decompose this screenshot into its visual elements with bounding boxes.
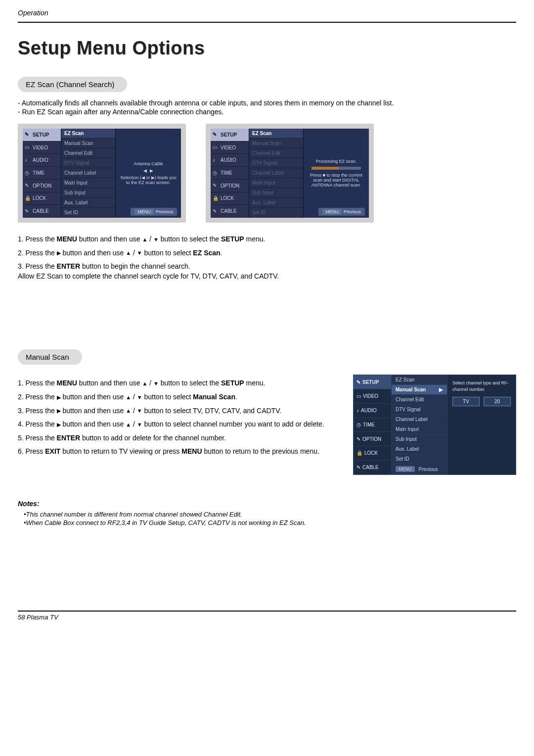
screenshot-ez-right: ✎SETUP ▭VIDEO ♪AUDIO ◷TIME ✎OPTION 🔒LOCK… (206, 124, 374, 223)
hint: Select channel type and RF-channel numbe… (452, 380, 511, 392)
step: Press the MENU button and then use ▲ / ▼… (18, 235, 516, 244)
sb-time: ◷TIME (354, 418, 391, 432)
sb-cable: ✎CABLE (211, 205, 249, 218)
osd-right: Processing EZ scan. Press ■ to stop the … (304, 129, 369, 218)
sb-audio: ♪AUDIO (23, 154, 61, 167)
notes-heading: Notes: (18, 500, 516, 508)
osd-sidebar: ✎SETUP ▭VIDEO ♪AUDIO ◷TIME ✎OPTION 🔒LOCK… (211, 129, 249, 218)
step: Press the ▶ button and then use ▲ / ▼ bu… (18, 248, 516, 258)
down-icon: ▼ (137, 408, 142, 414)
sb-lock: 🔒LOCK (354, 446, 391, 461)
progress-bar (312, 167, 361, 170)
right-icon: ▶ (57, 422, 61, 427)
sb-cable: ✎CABLE (23, 205, 61, 218)
sb-video: ▭VIDEO (354, 389, 391, 404)
right-icon: ▶ (57, 408, 61, 414)
step: Press the ENTER button to begin the chan… (18, 262, 516, 281)
mi: Set ID (249, 208, 303, 218)
ez-scan-pill: EZ Scan (Channel Search) (18, 77, 127, 92)
ez-scan-bullets: Automatically finds all channels availab… (18, 99, 516, 116)
page-footer: 58 Plasma TV (18, 612, 516, 631)
previous-button: MENU Previous (131, 208, 177, 216)
hint: Antenna Cable (134, 161, 163, 166)
sb-audio: ♪AUDIO (354, 404, 391, 418)
step: Press the ▶ button and then use ▲ / ▼ bu… (18, 420, 341, 429)
mi-ezscan: EZ Scan (249, 129, 303, 139)
osd-menu: EZ Scan Manual Scan Channel Edit DTV Sig… (61, 129, 116, 218)
screenshot-ez-left: ✎SETUP ▭VIDEO ♪AUDIO ◷TIME ✎OPTION 🔒LOCK… (18, 124, 186, 223)
note-item: •This channel number is different from n… (24, 511, 516, 518)
sb-video: ▭VIDEO (23, 142, 61, 154)
ez-scan-steps: Press the MENU button and then use ▲ / ▼… (18, 235, 516, 281)
mi: Sub Input (392, 434, 447, 444)
hint: Press ■ to stop the current scan and sta… (308, 173, 365, 188)
mi: Set ID (392, 454, 447, 464)
step: Press the MENU button and then use ▲ / ▼… (18, 378, 341, 388)
page-title: Setup Menu Options (18, 38, 516, 59)
sb-cable: ✎CABLE (354, 461, 391, 475)
sb-video: ▭VIDEO (211, 142, 249, 154)
mi: Channel Edit (249, 148, 303, 158)
mi: DTV Signal (392, 405, 447, 415)
down-icon: ▼ (153, 237, 159, 242)
sb-option: ✎OPTION (354, 432, 391, 446)
screenshot-manual: ✎SETUP ▭VIDEO ♪AUDIO ◷TIME ✎OPTION 🔒LOCK… (353, 375, 516, 475)
sb-audio: ♪AUDIO (211, 154, 249, 167)
menu-key: MENU (396, 466, 415, 472)
mi: Aux. Label (392, 444, 447, 454)
menu-key: MENU (134, 209, 154, 215)
down-icon: ▼ (137, 422, 142, 427)
mi: Aux. Label (249, 198, 303, 208)
osd-right: Select channel type and RF-channel numbe… (447, 375, 516, 474)
channel-box: 20 (484, 397, 511, 406)
sb-setup: ✎SETUP (211, 129, 249, 142)
sb-lock: 🔒LOCK (23, 192, 61, 205)
menu-key: MENU (322, 209, 342, 215)
up-icon: ▲ (126, 250, 131, 256)
mi: Channel Label (61, 168, 115, 178)
up-icon: ▲ (142, 381, 147, 386)
sb-setup: ✎SETUP (23, 129, 61, 142)
sb-lock: 🔒LOCK (211, 192, 249, 205)
sb-time: ◷TIME (23, 167, 61, 180)
step: Press EXIT button to return to TV viewin… (18, 447, 341, 457)
bullet: Run EZ Scan again after any Antenna/Cabl… (18, 108, 516, 116)
osd-menu: EZ Scan Manual Scan Channel Edit DTV Sig… (249, 129, 304, 218)
mi: Manual Scan (61, 139, 115, 148)
step: Press the ▶ button and then use ▲ / ▼ bu… (18, 392, 341, 402)
previous-button: MENU Previous (318, 208, 365, 216)
sb-time: ◷TIME (211, 167, 249, 180)
up-icon: ▲ (142, 237, 147, 242)
manual-scan-pill: Manual Scan (18, 349, 82, 365)
step: Press the ENTER button to add or delete … (18, 433, 341, 443)
sb-option: ✎OPTION (211, 180, 249, 192)
mi-manual: Manual Scan▶ (392, 385, 447, 395)
header-category: Operation (18, 9, 516, 19)
manual-scan-steps: Press the MENU button and then use ▲ / ▼… (18, 378, 341, 457)
down-icon: ▼ (153, 381, 159, 386)
mi: Main Input (392, 425, 447, 434)
mi: Main Input (61, 178, 115, 188)
mi: EZ Scan (392, 375, 447, 385)
mi: Channel Edit (61, 148, 115, 158)
type-box: TV (452, 397, 480, 406)
osd-sidebar: ✎SETUP ▭VIDEO ♪AUDIO ◷TIME ✎OPTION 🔒LOCK… (23, 129, 61, 218)
header-rule (18, 22, 516, 23)
step: Press the ▶ button and then use ▲ / ▼ bu… (18, 406, 341, 416)
osd-sidebar: ✎SETUP ▭VIDEO ♪AUDIO ◷TIME ✎OPTION 🔒LOCK… (354, 375, 391, 474)
down-icon: ▼ (137, 395, 142, 400)
hint: Selection (◀ or ▶) leads you to the EZ s… (120, 175, 177, 185)
notes: Notes: •This channel number is different… (18, 500, 516, 526)
mi: Channel Label (392, 415, 447, 425)
mi: Manual Scan (249, 139, 303, 148)
sb-setup: ✎SETUP (354, 375, 391, 389)
mi: Set ID (61, 208, 115, 218)
mi: Channel Edit (392, 395, 447, 405)
osd-menu: EZ Scan Manual Scan▶ Channel Edit DTV Si… (391, 375, 447, 474)
mi-ezscan: EZ Scan (61, 129, 115, 139)
mi: Aux. Label (61, 198, 115, 208)
mi: Sub Input (61, 188, 115, 198)
down-icon: ▼ (137, 250, 142, 256)
mi: Sub Input (249, 188, 303, 198)
right-icon: ▶ (57, 250, 61, 256)
